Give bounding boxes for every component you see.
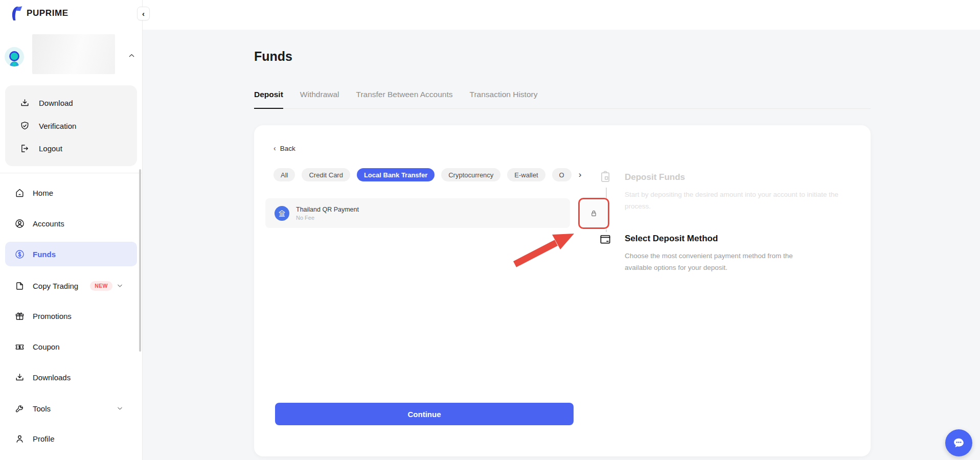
payment-filter-chips: All Credit Card Local Bank Transfer Cryp… bbox=[274, 168, 581, 181]
step-2-title: Select Deposit Method bbox=[625, 234, 718, 244]
sidebar-item-funds[interactable]: Funds bbox=[5, 242, 137, 266]
sidebar-item-label: Funds bbox=[33, 250, 56, 259]
sidebar-item-downloads[interactable]: Downloads bbox=[5, 365, 137, 389]
robot-avatar-icon bbox=[7, 50, 22, 66]
sidebar-item-verification[interactable]: Verification bbox=[5, 121, 137, 131]
sidebar-scrollbar[interactable] bbox=[139, 169, 141, 352]
step-1-title: Deposit Funds bbox=[625, 172, 685, 182]
tab-withdrawal[interactable]: Withdrawal bbox=[300, 86, 339, 108]
top-bar: Deposit bbox=[143, 0, 980, 30]
step-connector-line bbox=[606, 229, 607, 232]
download-icon bbox=[19, 98, 30, 108]
back-label: Back bbox=[280, 145, 295, 152]
deposit-card: ‹ Back All Credit Card Local Bank Transf… bbox=[254, 125, 871, 456]
user-avatar[interactable] bbox=[5, 47, 24, 66]
page-title: Funds bbox=[254, 49, 292, 64]
funds-icon bbox=[14, 249, 25, 260]
sidebar-item-download[interactable]: Download bbox=[5, 98, 137, 108]
tab-transaction-history[interactable]: Transaction History bbox=[469, 86, 537, 108]
back-link[interactable]: ‹ Back bbox=[274, 144, 295, 152]
filter-chip-e-wallet[interactable]: E-wallet bbox=[507, 168, 545, 181]
puprime-logo-icon bbox=[8, 5, 23, 21]
bank-icon bbox=[275, 206, 289, 221]
account-actions-group: Download Verification Logout bbox=[5, 85, 137, 166]
payment-method-thailand-qr[interactable]: Thailand QR Payment No Fee bbox=[265, 198, 570, 228]
chat-widget-button[interactable] bbox=[945, 429, 972, 456]
gift-icon bbox=[14, 311, 25, 321]
sidebar-item-label: Coupon bbox=[33, 342, 60, 351]
sidebar-item-logout[interactable]: Logout bbox=[5, 143, 137, 154]
payment-method-text: Thailand QR Payment No Fee bbox=[296, 206, 359, 221]
filter-chip-local-bank-transfer[interactable]: Local Bank Transfer bbox=[357, 168, 435, 181]
new-badge: NEW bbox=[90, 281, 112, 291]
sidebar-item-label: Profile bbox=[33, 434, 55, 443]
chevron-down-icon bbox=[116, 405, 124, 412]
sidebar-collapse-button[interactable]: ‹ bbox=[137, 7, 150, 20]
funds-tabs: Deposit Withdrawal Transfer Between Acco… bbox=[254, 86, 871, 109]
chevron-left-icon: ‹ bbox=[142, 9, 145, 18]
shield-check-icon bbox=[19, 121, 30, 131]
profile-icon bbox=[14, 433, 25, 444]
sidebar-item-label: Logout bbox=[39, 144, 62, 153]
chat-bubble-icon bbox=[952, 436, 966, 450]
sidebar-item-profile[interactable]: Profile bbox=[5, 426, 137, 451]
sidebar-item-promotions[interactable]: Promotions bbox=[5, 304, 137, 328]
copy-trading-icon bbox=[14, 281, 25, 291]
filter-chip-cryptocurrency[interactable]: Cryptocurrency bbox=[441, 168, 500, 181]
sidebar-divider bbox=[0, 173, 142, 173]
lock-icon bbox=[589, 209, 598, 218]
sidebar-item-label: Home bbox=[33, 189, 53, 197]
payment-card-icon bbox=[599, 233, 612, 246]
account-info-skeleton bbox=[32, 34, 115, 74]
sidebar-item-home[interactable]: Home bbox=[5, 180, 137, 205]
sidebar-item-coupon[interactable]: Coupon bbox=[5, 334, 137, 359]
sidebar-item-accounts[interactable]: Accounts bbox=[5, 211, 137, 236]
chevron-down-icon bbox=[116, 282, 124, 290]
filter-chip-credit-card[interactable]: Credit Card bbox=[302, 168, 350, 181]
sidebar-item-label: Tools bbox=[33, 404, 51, 413]
sidebar-item-tools[interactable]: Tools bbox=[5, 396, 137, 421]
sidebar-item-copy-trading[interactable]: Copy Trading NEW bbox=[5, 273, 137, 298]
brand-logo[interactable]: PUPRIME bbox=[8, 5, 69, 21]
step-1-description: Start by depositing the desired amount i… bbox=[625, 189, 856, 212]
filter-chip-other-truncated[interactable]: O bbox=[552, 168, 572, 181]
filter-chip-all[interactable]: All bbox=[274, 168, 295, 181]
chevron-left-icon: ‹ bbox=[274, 144, 276, 152]
sidebar-item-label: Download bbox=[39, 99, 73, 107]
brand-name: PUPRIME bbox=[27, 8, 69, 18]
accounts-icon bbox=[14, 218, 25, 229]
continue-button[interactable]: Continue bbox=[275, 403, 574, 425]
step-2-description: Choose the most convenient payment metho… bbox=[625, 250, 805, 273]
sidebar-item-label: Promotions bbox=[33, 312, 72, 320]
downloads-icon bbox=[14, 372, 25, 383]
wrench-icon bbox=[14, 403, 25, 414]
chevron-right-icon[interactable]: › bbox=[579, 170, 582, 180]
tab-deposit[interactable]: Deposit bbox=[254, 86, 283, 108]
chevron-up-icon[interactable] bbox=[127, 51, 136, 60]
payment-method-fee: No Fee bbox=[296, 215, 359, 221]
sidebar-item-label: Copy Trading bbox=[33, 282, 78, 290]
sidebar-item-label: Verification bbox=[39, 122, 76, 130]
tab-transfer-between-accounts[interactable]: Transfer Between Accounts bbox=[356, 86, 453, 108]
coupon-icon bbox=[14, 341, 25, 352]
red-arrow-annotation bbox=[509, 223, 580, 270]
highlight-box bbox=[578, 198, 609, 229]
step-connector-line bbox=[606, 188, 607, 198]
clipboard-icon bbox=[599, 170, 612, 183]
sidebar: PUPRIME Download Verification Logout bbox=[0, 0, 143, 460]
sidebar-item-label: Accounts bbox=[33, 219, 64, 228]
payment-method-name: Thailand QR Payment bbox=[296, 206, 359, 213]
logout-icon bbox=[19, 143, 30, 154]
home-icon bbox=[14, 188, 25, 198]
sidebar-item-label: Downloads bbox=[33, 373, 71, 382]
